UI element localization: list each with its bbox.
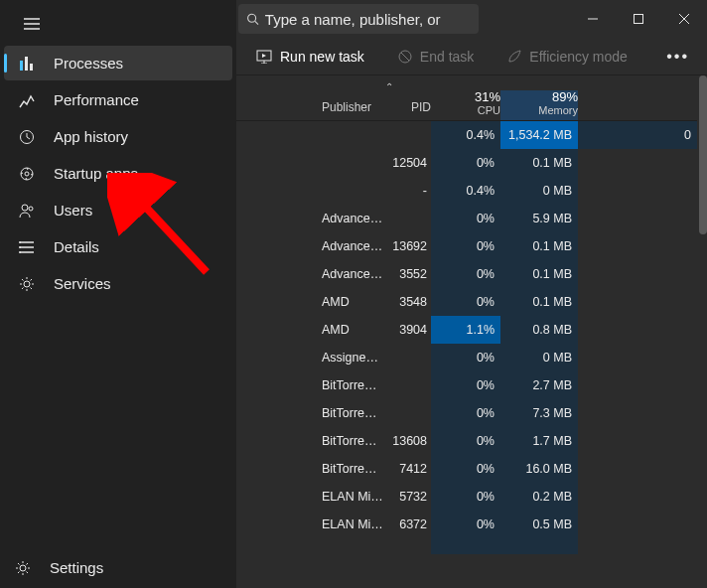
svg-rect-6 — [30, 64, 33, 71]
column-memory[interactable]: 89% Memory — [500, 90, 578, 120]
scrollbar-thumb[interactable] — [699, 75, 707, 234]
cell-pid — [383, 205, 431, 232]
cell-pid — [383, 344, 431, 371]
sidebar-item-services[interactable]: Services — [4, 266, 232, 301]
cell-pid: 3548 — [383, 288, 431, 316]
sidebar-item-label: Processes — [54, 55, 123, 72]
cell-memory: 1,534.2 MB — [500, 121, 578, 149]
end-task-button: End task — [388, 43, 484, 71]
cell-cpu: 0% — [431, 455, 500, 483]
cell-memory: 7.3 MB — [500, 399, 578, 427]
cell-cpu: 0% — [431, 205, 500, 232]
table-row[interactable]: ELAN Microelectronics ...57320%0.2 MB — [236, 483, 697, 511]
svg-point-14 — [19, 251, 21, 253]
search-icon — [246, 12, 259, 26]
cell-memory: 0 MB — [500, 344, 578, 371]
table-row[interactable]: BitTorrent Inc.74120%16.0 MB — [236, 455, 697, 483]
table-row[interactable]: Advanced Micro Device...35520%0.1 MB — [236, 260, 697, 288]
cell-publisher: BitTorrent Inc. — [236, 455, 383, 483]
cell-pid: - — [383, 177, 431, 205]
table-row[interactable]: Advanced Micro Device...0%5.9 MB — [236, 205, 697, 232]
cell-cpu: 0.4% — [431, 177, 500, 205]
cell-extra — [578, 538, 697, 554]
sidebar-item-label: Details — [54, 238, 99, 255]
svg-point-12 — [19, 241, 21, 243]
minimize-button[interactable] — [570, 0, 616, 38]
cell-cpu: 1.1% — [431, 316, 500, 344]
cell-memory: 2.7 MB — [500, 371, 578, 399]
cell-publisher: BitTorrent Inc. — [236, 399, 383, 427]
more-button[interactable]: ••• — [660, 42, 695, 72]
cell-extra — [578, 427, 697, 455]
sidebar-item-performance[interactable]: Performance — [4, 82, 232, 117]
cell-pid — [383, 371, 431, 399]
svg-rect-5 — [25, 57, 28, 71]
cpu-label: CPU — [431, 104, 500, 116]
cell-cpu — [431, 538, 500, 554]
search-input[interactable] — [265, 11, 471, 28]
sidebar-item-startup-apps[interactable]: Startup apps — [4, 156, 232, 191]
cell-cpu: 0% — [431, 427, 500, 455]
cell-memory — [500, 538, 578, 554]
sidebar-item-users[interactable]: Users — [4, 193, 232, 227]
startup-icon — [18, 166, 36, 182]
run-new-task-button[interactable]: Run new task — [246, 43, 374, 71]
cell-extra — [578, 260, 697, 288]
cell-memory: 0.8 MB — [500, 316, 578, 344]
table-row[interactable]: BitTorrent Inc.0%7.3 MB — [236, 399, 697, 427]
maximize-button[interactable] — [616, 0, 661, 38]
processes-icon — [18, 56, 36, 72]
close-button[interactable] — [661, 0, 707, 38]
sidebar-item-label: App history — [54, 128, 128, 145]
cell-cpu: 0% — [431, 149, 500, 177]
table-row[interactable]: BitTorrent Inc.0%2.7 MB — [236, 371, 697, 399]
cell-publisher — [236, 149, 383, 177]
cell-pid: 6372 — [383, 511, 431, 538]
cell-pid — [383, 399, 431, 427]
cell-extra — [578, 371, 697, 399]
sidebar-item-details[interactable]: Details — [4, 229, 232, 264]
cell-publisher: ELAN Microelectronics ... — [236, 483, 383, 511]
table-row[interactable]: AMD35480%0.1 MB — [236, 288, 697, 316]
efficiency-mode-button: Efficiency mode — [497, 43, 637, 71]
process-table: ⌃ Publisher PID 31% CPU 89% Memory 0.4%1… — [236, 75, 697, 584]
users-icon — [18, 203, 36, 219]
sidebar-item-app-history[interactable]: App history — [4, 119, 232, 154]
table-row[interactable] — [236, 538, 697, 554]
cell-publisher — [236, 121, 383, 149]
end-task-icon — [398, 50, 412, 64]
cell-publisher — [236, 538, 383, 554]
table-row[interactable]: 125040%0.1 MB — [236, 149, 697, 177]
efficiency-label: Efficiency mode — [529, 49, 628, 65]
table-row[interactable]: AMD39041.1%0.8 MB — [236, 316, 697, 344]
table-row[interactable]: 0.4%1,534.2 MB0 — [236, 121, 697, 149]
column-pid[interactable]: PID — [383, 100, 431, 120]
cell-publisher — [236, 177, 383, 205]
cell-publisher: BitTorrent Inc. — [236, 371, 383, 399]
table-row[interactable]: Advanced Micro Device...136920%0.1 MB — [236, 232, 697, 260]
column-publisher[interactable]: Publisher — [236, 100, 383, 120]
cell-extra: 0 — [578, 121, 697, 149]
vertical-scrollbar[interactable] — [699, 75, 707, 584]
run-new-task-label: Run new task — [280, 49, 364, 65]
cell-extra — [578, 455, 697, 483]
performance-icon — [18, 92, 36, 108]
settings-label: Settings — [50, 559, 103, 576]
sidebar-item-processes[interactable]: Processes — [4, 46, 232, 80]
cell-memory: 0.2 MB — [500, 483, 578, 511]
run-task-icon — [256, 50, 272, 64]
cell-pid: 3552 — [383, 260, 431, 288]
column-cpu[interactable]: 31% CPU — [431, 90, 500, 120]
cell-memory: 0.1 MB — [500, 260, 578, 288]
table-row[interactable]: Assigned by your organi...0%0 MB — [236, 344, 697, 371]
mem-usage-pct: 89% — [500, 90, 578, 104]
search-box[interactable] — [238, 4, 479, 34]
end-task-label: End task — [420, 49, 474, 65]
cell-cpu: 0% — [431, 511, 500, 538]
table-row[interactable]: BitTorrent Inc.136080%1.7 MB — [236, 427, 697, 455]
table-row[interactable]: -0.4%0 MB — [236, 177, 697, 205]
sidebar-item-settings[interactable]: Settings — [0, 547, 236, 588]
cell-cpu: 0% — [431, 288, 500, 316]
table-row[interactable]: ELAN Microelectronics ...63720%0.5 MB — [236, 511, 697, 538]
hamburger-menu[interactable] — [14, 6, 50, 42]
